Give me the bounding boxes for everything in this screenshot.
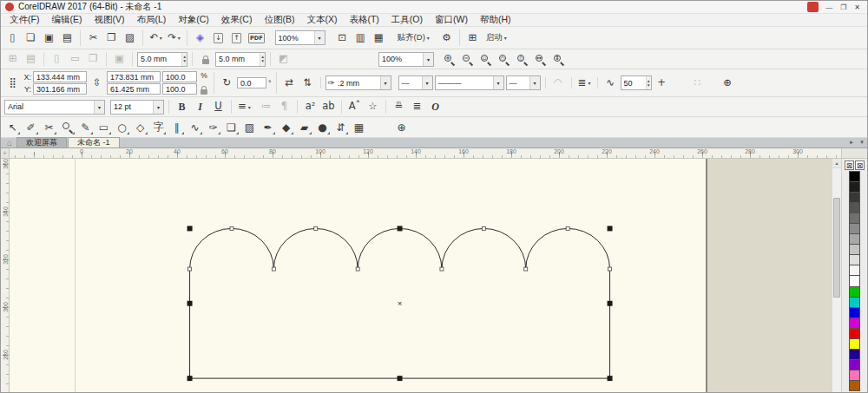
no-color-swatch-alt[interactable]: ⊠ (855, 160, 865, 170)
show-rulers-icon[interactable]: ▥ (352, 29, 369, 46)
text-properties-icon[interactable]: O (427, 99, 444, 115)
lock-ratio-icon[interactable] (197, 51, 214, 68)
zoom-out-icon[interactable]: − (459, 51, 476, 68)
zoom-all-objects-icon[interactable]: ◇ (496, 51, 512, 68)
bold-icon[interactable]: B (174, 99, 190, 115)
menu-item[interactable]: 布局(L) (130, 14, 172, 26)
dropdown-arrow-icon[interactable]: ▾ (94, 101, 104, 114)
menu-item[interactable]: 视图(V) (88, 14, 130, 26)
publish-to-pdf-icon[interactable]: PDF (247, 29, 266, 46)
quick-customize-icon[interactable]: + (654, 75, 670, 91)
dropdown-arrow-icon[interactable]: ▾ (380, 76, 391, 89)
underline-icon[interactable]: U (210, 99, 227, 115)
zoom-level-combo[interactable]: 100%▾ (275, 30, 326, 45)
object-y-field[interactable]: 301.166 mm (33, 83, 87, 95)
align-to-baseline-icon[interactable]: ≞ (391, 99, 407, 115)
smart-fill-tool[interactable]: ▰ (296, 119, 312, 136)
welcome-home-icon[interactable]: ⌂ (3, 137, 16, 147)
print-icon[interactable]: ▤ (59, 29, 76, 46)
paste-icon[interactable]: ▨ (122, 29, 138, 46)
character-effects-icon[interactable]: ab (320, 99, 337, 115)
menu-item[interactable]: 文本(X) (300, 14, 343, 26)
application-launcher-icon[interactable]: ⊞ (464, 29, 481, 46)
dropdown-arrow-icon[interactable]: ▾ (529, 76, 540, 89)
scrollbar-thumb[interactable] (833, 198, 840, 298)
cut-icon[interactable]: ✂ (85, 29, 102, 46)
import-icon[interactable]: ↓ (210, 29, 227, 46)
pick-tool[interactable]: ↖ (4, 119, 21, 136)
zoom-in-icon[interactable]: + (441, 51, 457, 68)
menu-item[interactable]: 窗口(W) (429, 14, 474, 26)
lock-ratio-icon[interactable] (201, 89, 207, 95)
polygon-tool[interactable]: ◇ (132, 119, 148, 136)
font-family-combo[interactable]: Arial▾ (4, 100, 105, 115)
zoom-page-icon[interactable]: ▯ (514, 51, 530, 68)
close-button[interactable]: ✕ (854, 3, 860, 11)
zoom-selected-icon[interactable]: ▫ (477, 51, 494, 68)
customize-toolbox[interactable]: ⊕ (393, 119, 410, 136)
zoom-levels-combo[interactable]: 100%▾ (378, 52, 434, 67)
export-icon[interactable]: ↑ (228, 29, 245, 46)
nudge-distance-spinner[interactable]: 5.0 mm▴▾ (137, 52, 187, 67)
tab-options-icon[interactable]: ▾ (857, 137, 867, 147)
object-width-field[interactable]: 173.831 mm (107, 71, 161, 82)
copy-icon[interactable]: ❐ (103, 29, 120, 46)
end-arrowhead-combo[interactable]: —▾ (506, 75, 541, 90)
paragraph-spacing-icon[interactable]: ≣ (409, 99, 425, 115)
show-grid-icon[interactable]: ▦ (371, 29, 387, 46)
bezier-tool[interactable]: ∿ (187, 119, 203, 136)
tab-scroll-right-icon[interactable]: ▸ (846, 137, 857, 147)
spin-down-icon[interactable]: ▾ (183, 59, 186, 63)
table-tool[interactable]: ▦ (351, 119, 367, 136)
no-color-swatch[interactable]: ⊠ (845, 160, 854, 170)
interactive-opentype-icon[interactable]: Aˆ (346, 99, 363, 115)
horizontal-ruler[interactable]: 0204060801001201401601802002202402602803… (10, 148, 841, 158)
interactive-fill-tool[interactable]: ◆ (278, 119, 294, 136)
object-x-field[interactable]: 133.444 mm (33, 71, 87, 82)
object-position-icon[interactable]: ⣿ (4, 75, 21, 91)
freehand-smoothing-icon[interactable]: ∿ (602, 75, 619, 91)
ruler-origin-box[interactable]: + (1, 148, 10, 158)
menu-item[interactable]: 工具(O) (385, 14, 429, 26)
menu-item[interactable]: 表格(T) (343, 14, 385, 26)
ellipse-tool[interactable]: ○ (114, 119, 130, 136)
fill-tool[interactable]: ● (314, 119, 331, 136)
color-eyedropper-tool[interactable]: ✒ (260, 119, 276, 136)
menu-item[interactable]: 位图(B) (258, 14, 300, 26)
menu-item[interactable]: 对象(C) (172, 14, 215, 26)
dropdown-arrow-icon[interactable]: ▾ (422, 76, 432, 89)
line-style-combo[interactable]: ———▾ (435, 75, 504, 90)
smoothing-level-spinner[interactable]: 50▴▾ (621, 75, 652, 90)
object-height-field[interactable]: 61.425 mm (107, 83, 161, 95)
artistic-media-tool[interactable]: ✑ (205, 119, 221, 136)
menu-item[interactable]: 帮助(H) (474, 14, 517, 26)
start-arrowhead-combo[interactable]: —▾ (398, 75, 433, 90)
italic-icon[interactable]: I (192, 99, 208, 115)
font-size-combo[interactable]: 12 pt▾ (110, 100, 164, 115)
two-point-line-tool[interactable]: ∥ (168, 119, 185, 136)
search-content-icon[interactable]: ◈ (192, 29, 208, 46)
open-icon[interactable]: ❏ (23, 29, 39, 46)
interactive-tools[interactable]: ⇵ (332, 119, 349, 136)
dropdown-arrow-icon[interactable]: ▾ (153, 101, 163, 114)
favorites-icon[interactable]: ☆ (365, 99, 381, 115)
new-document-icon[interactable]: ▯ (4, 29, 21, 46)
redo-icon[interactable]: ↷▾ (166, 29, 182, 46)
full-screen-preview-icon[interactable]: ⊡ (334, 29, 351, 46)
canvas[interactable]: × (10, 159, 832, 392)
rectangle-tool[interactable]: ▭ (95, 119, 112, 136)
scroll-up-icon[interactable]: ▲ (832, 159, 841, 168)
crop-tool[interactable]: ✂ (41, 119, 57, 136)
menu-item[interactable]: 编辑(E) (45, 14, 88, 26)
dropdown-arrow-icon[interactable]: ▾ (493, 76, 503, 89)
tab-welcome-screen[interactable]: 欢迎屏幕 (16, 137, 67, 147)
wrap-text-icon[interactable]: ≣▾ (576, 75, 593, 91)
zoom-tool[interactable] (59, 119, 76, 136)
zoom-page-width-icon[interactable]: ↔ (532, 51, 549, 68)
more-options-icon[interactable]: ⊕ (720, 75, 736, 91)
dropdown-arrow-icon[interactable]: ▾ (314, 31, 325, 44)
save-icon[interactable]: ▣ (41, 29, 57, 46)
maximize-button[interactable]: ❐ (840, 3, 846, 11)
transparency-tool[interactable]: ▨ (241, 119, 258, 136)
spin-down-icon[interactable]: ▾ (648, 83, 650, 88)
